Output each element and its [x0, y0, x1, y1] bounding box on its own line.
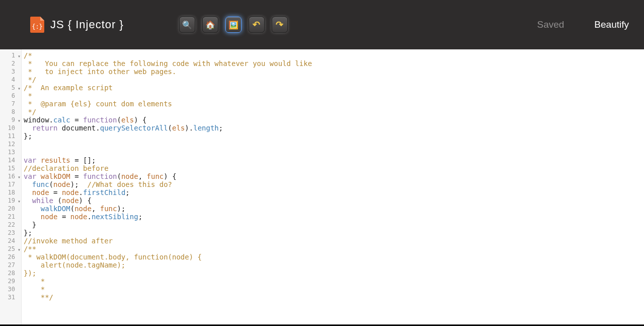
- home-icon: 🏠: [205, 20, 215, 30]
- code-line[interactable]: }: [24, 221, 644, 229]
- line-number: 16▾: [0, 172, 20, 180]
- code-line[interactable]: //declaration before: [24, 164, 644, 172]
- line-number: 21: [0, 213, 20, 221]
- code-line[interactable]: [24, 140, 644, 148]
- redo-button[interactable]: ↷: [272, 17, 288, 33]
- code-line[interactable]: };: [24, 229, 644, 237]
- code-line[interactable]: *: [24, 285, 644, 293]
- search-button[interactable]: 🔍: [179, 17, 195, 33]
- code-line[interactable]: /* An example script: [24, 84, 644, 92]
- undo-icon: ↶: [253, 19, 260, 30]
- line-number: 14: [0, 156, 20, 164]
- beautify-button[interactable]: Beautify: [594, 19, 629, 30]
- code-line[interactable]: /**: [24, 245, 644, 253]
- line-number: 27: [0, 261, 20, 269]
- redo-icon: ↷: [276, 19, 283, 30]
- line-number: 6: [0, 92, 20, 100]
- code-line[interactable]: //invoke method after: [24, 237, 644, 245]
- code-line[interactable]: node = node.nextSibling;: [24, 213, 644, 221]
- code-line[interactable]: while (node) {: [24, 197, 644, 205]
- line-number: 10: [0, 124, 20, 132]
- line-number: 20: [0, 205, 20, 213]
- picture-icon: 🖼️: [228, 20, 238, 30]
- code-line[interactable]: * to inject into other web pages.: [24, 68, 644, 76]
- code-line[interactable]: **/: [24, 293, 644, 301]
- line-number: 2: [0, 59, 20, 68]
- code-line[interactable]: walkDOM(node, func);: [24, 205, 644, 213]
- line-number: 30: [0, 285, 20, 293]
- undo-button[interactable]: ↶: [249, 17, 265, 33]
- code-line[interactable]: *: [24, 92, 644, 100]
- line-number: 25▾: [0, 245, 20, 253]
- app-logo-icon: {:}: [30, 17, 44, 33]
- code-editor[interactable]: 1▾2345▾6789▾10111213141516▾171819▾202122…: [0, 49, 644, 326]
- code-line[interactable]: func(node); //What does this do?: [24, 180, 644, 188]
- line-number: 13: [0, 148, 20, 156]
- code-line[interactable]: var walkDOM = function(node, func) {: [24, 172, 644, 180]
- code-line[interactable]: };: [24, 132, 644, 140]
- code-line[interactable]: return document.querySelectorAll(els).le…: [24, 124, 644, 132]
- saved-status: Saved: [537, 19, 564, 30]
- line-number: 19▾: [0, 197, 20, 205]
- code-line[interactable]: /*: [24, 51, 644, 59]
- code-area[interactable]: /* * You can replace the following code …: [22, 49, 644, 326]
- line-number: 11: [0, 132, 20, 140]
- line-number: 12: [0, 140, 20, 148]
- line-number: 7: [0, 100, 20, 108]
- image-button[interactable]: 🖼️: [225, 17, 242, 33]
- code-line[interactable]: * You can replace the following code wit…: [24, 59, 644, 68]
- line-gutter: 1▾2345▾6789▾10111213141516▾171819▾202122…: [0, 49, 22, 326]
- code-line[interactable]: */: [24, 108, 644, 116]
- toolbar: 🔍🏠🖼️↶↷: [179, 17, 288, 33]
- code-line[interactable]: window.calc = function(els) {: [24, 116, 644, 124]
- line-number: 22: [0, 221, 20, 229]
- magnifier-icon: 🔍: [182, 20, 192, 30]
- brand: {:} JS { Injector }: [30, 17, 124, 33]
- line-number: 23: [0, 229, 20, 237]
- line-number: 5▾: [0, 84, 20, 92]
- code-line[interactable]: * @param {els} count dom elements: [24, 100, 644, 108]
- code-line[interactable]: */: [24, 76, 644, 84]
- line-number: 9▾: [0, 116, 20, 124]
- app-title: JS { Injector }: [50, 18, 124, 31]
- line-number: 4: [0, 76, 20, 84]
- code-line[interactable]: *: [24, 277, 644, 285]
- line-number: 17: [0, 180, 20, 188]
- header-right: Saved Beautify: [537, 19, 629, 30]
- line-number: 8: [0, 108, 20, 116]
- line-number: 29: [0, 277, 20, 285]
- line-number: 24: [0, 237, 20, 245]
- line-number: 26: [0, 253, 20, 261]
- app-header: {:} JS { Injector } 🔍🏠🖼️↶↷ Saved Beautif…: [0, 0, 644, 49]
- svg-text:{:}: {:}: [32, 23, 43, 30]
- code-line[interactable]: * walkDOM(document.body, function(node) …: [24, 253, 644, 261]
- line-number: 31: [0, 293, 20, 301]
- code-line[interactable]: [24, 148, 644, 156]
- code-line[interactable]: node = node.firstChild;: [24, 188, 644, 197]
- line-number: 3: [0, 68, 20, 76]
- home-button[interactable]: 🏠: [202, 17, 218, 33]
- code-line[interactable]: alert(node.tagName);: [24, 261, 644, 269]
- line-number: 15: [0, 164, 20, 172]
- line-number: 18: [0, 188, 20, 197]
- line-number: 1▾: [0, 51, 20, 59]
- code-line[interactable]: var results = [];: [24, 156, 644, 164]
- line-number: 28: [0, 269, 20, 277]
- code-line[interactable]: });: [24, 269, 644, 277]
